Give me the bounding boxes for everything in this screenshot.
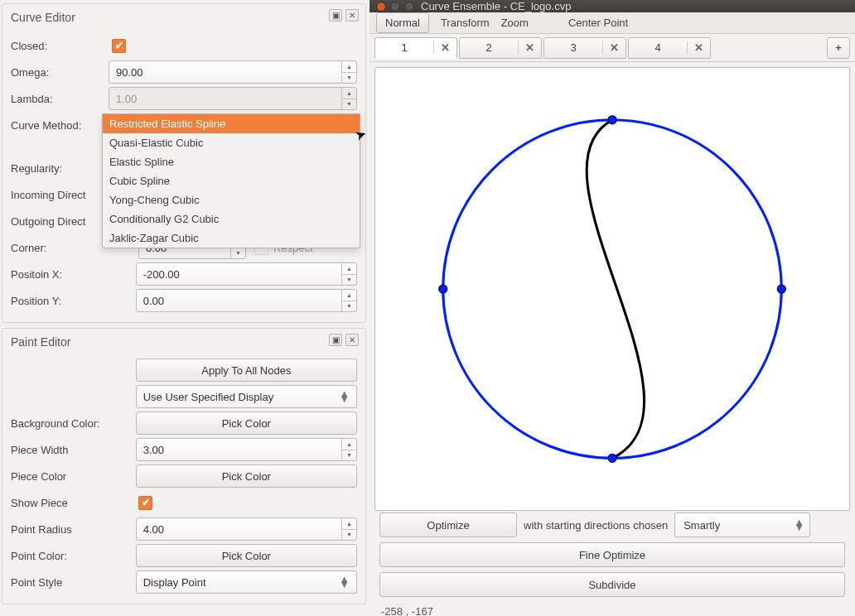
tab[interactable]: 4✕ [628,37,711,59]
pos-x-input[interactable]: -200.00 ▲▼ [136,262,357,286]
piece-width-input[interactable]: 3.00 ▲▼ [136,438,357,461]
tab[interactable]: 1✕ [374,37,457,59]
spin-down-icon[interactable]: ▼ [342,530,356,541]
fine-optimize-button[interactable]: Fine Optimize [379,542,845,567]
spin-up-icon[interactable]: ▲ [342,518,356,530]
add-tab-button[interactable]: + [827,37,850,59]
point-radius-value: 4.00 [143,523,164,536]
lambda-label: Lambda: [11,93,105,105]
omega-input[interactable]: 90.00 ▲▼ [109,60,357,84]
piece-pick-color-button[interactable]: Pick Color [136,464,357,488]
paint-editor-panel: Paint Editor ▣ ✕ Apply To All Nodes Use … [2,328,366,604]
window-minimize-icon[interactable] [390,2,400,12]
tab-close-icon[interactable]: ✕ [518,41,541,54]
window-close-icon[interactable] [376,2,386,12]
show-piece-checkbox[interactable]: ✔ [138,496,152,510]
piece-width-value: 3.00 [143,444,164,456]
panel-restore-icon[interactable]: ▣ [329,9,342,22]
svg-point-3 [439,285,447,293]
tab-label: 4 [629,41,687,54]
tab[interactable]: 2✕ [459,37,542,59]
subdivide-button[interactable]: Subdivide [379,572,845,597]
closed-label: Closed: [11,40,109,52]
display-mode-dropdown[interactable]: Use User Specified Display ▲▼ [136,385,357,408]
curve-editor-title: Curve Editor [11,11,357,24]
tab-label: 1 [375,41,433,54]
panel-restore-icon[interactable]: ▣ [329,334,342,346]
point-radius-input[interactable]: 4.00 ▲▼ [136,517,357,541]
svg-point-0 [443,120,782,459]
omega-label: Omega: [11,66,105,79]
panel-close-icon[interactable]: ✕ [345,334,359,346]
spin-up-icon[interactable]: ▲ [342,61,356,73]
main-window: Curve Ensemble - CE_logo.cvp Normal Tran… [370,0,855,616]
omega-value: 90.00 [116,66,143,79]
tab-close-icon[interactable]: ✕ [602,41,626,54]
spin-up-icon: ▲ [342,88,356,99]
curve-method-options[interactable]: Restricted Elastic SplineQuasi-Elastic C… [102,113,360,248]
svg-point-1 [608,116,616,124]
lambda-value: 1.00 [116,93,137,105]
point-pick-color-button[interactable]: Pick Color [136,544,357,567]
cursor-coordinates: -258 , -167 [379,602,845,616]
toolbar-center-point-button[interactable]: Center Point [568,17,628,29]
point-radius-label: Point Radius [11,523,133,536]
drawing-canvas[interactable] [374,67,850,511]
pos-x-label: Positoin X: [11,268,133,281]
apply-all-nodes-button[interactable]: Apply To All Nodes [136,359,357,382]
point-style-value: Display Point [143,576,206,589]
show-piece-label: Show Piece [11,497,135,509]
spin-down-icon[interactable]: ▼ [342,73,356,84]
closed-checkbox[interactable]: ✔ [112,39,126,53]
lambda-input: 1.00 ▲▼ [109,87,357,110]
incoming-dir-label: Incoming Direct [11,189,109,201]
point-style-dropdown[interactable]: Display Point ▲▼ [136,570,357,594]
curve-method-option[interactable]: Conditionally G2 Cubic [103,209,360,229]
curve-method-option[interactable]: Jaklic-Zagar Cubic [103,229,360,248]
pos-x-value: -200.00 [143,268,180,281]
spin-down-icon[interactable]: ▼ [231,248,245,259]
pos-y-input[interactable]: 0.00 ▲▼ [136,289,357,312]
panel-close-icon[interactable]: ✕ [345,9,359,22]
spin-down-icon: ▼ [342,99,356,110]
spin-down-icon[interactable]: ▼ [342,275,356,286]
with-directions-label: with starting directions chosen [524,519,668,532]
curve-method-option[interactable]: Yong-Cheng Cubic [103,190,360,209]
window-maximize-icon[interactable] [404,2,414,12]
curve-method-option[interactable]: Cubic Spline [103,171,360,190]
window-title: Curve Ensemble - CE_logo.cvp [421,0,571,12]
curve-method-option[interactable]: Elastic Spline [103,152,360,171]
bg-color-label: Background Color: [11,417,133,430]
curve-editor-panel: Curve Editor ▣ ✕ Closed: ✔ Omega: 90.00 … [2,3,366,323]
toolbar-transform-button[interactable]: Transform [441,17,490,29]
pos-y-label: Position Y: [11,295,133,307]
smartly-value: Smartly [684,519,720,532]
curve-method-option[interactable]: Restricted Elastic Spline [103,114,360,133]
toolbar-normal-button[interactable]: Normal [376,12,429,33]
svg-point-4 [777,285,785,293]
curve-method-option[interactable]: Quasi-Elastic Cubic [103,133,360,152]
point-color-label: Point Color: [11,550,133,562]
window-titlebar[interactable]: Curve Ensemble - CE_logo.cvp [370,0,855,12]
spin-up-icon[interactable]: ▲ [342,290,356,301]
pos-y-value: 0.00 [143,295,164,307]
point-style-label: Point Style [11,576,133,589]
curve-method-label: Curve Method: [11,119,105,132]
spin-down-icon[interactable]: ▼ [342,301,356,312]
bg-pick-color-button[interactable]: Pick Color [136,411,357,435]
tab-close-icon[interactable]: ✕ [687,41,710,54]
optimize-button[interactable]: Optimize [379,513,517,537]
display-mode-value: Use User Specified Display [143,391,274,403]
tabs-bar: 1✕2✕3✕4✕+ [370,34,855,62]
piece-color-label: Piece Color [11,470,133,483]
smartly-dropdown[interactable]: Smartly ▲▼ [674,513,810,537]
spin-down-icon[interactable]: ▼ [342,450,356,461]
toolbar-zoom-button[interactable]: Zoom [501,17,529,29]
tab-close-icon[interactable]: ✕ [433,41,456,54]
tab[interactable]: 3✕ [543,37,626,59]
spin-up-icon[interactable]: ▲ [342,439,356,450]
regularity-label: Regularity: [11,162,109,175]
tab-label: 2 [460,41,518,54]
svg-point-2 [608,454,616,462]
spin-up-icon[interactable]: ▲ [342,263,356,275]
